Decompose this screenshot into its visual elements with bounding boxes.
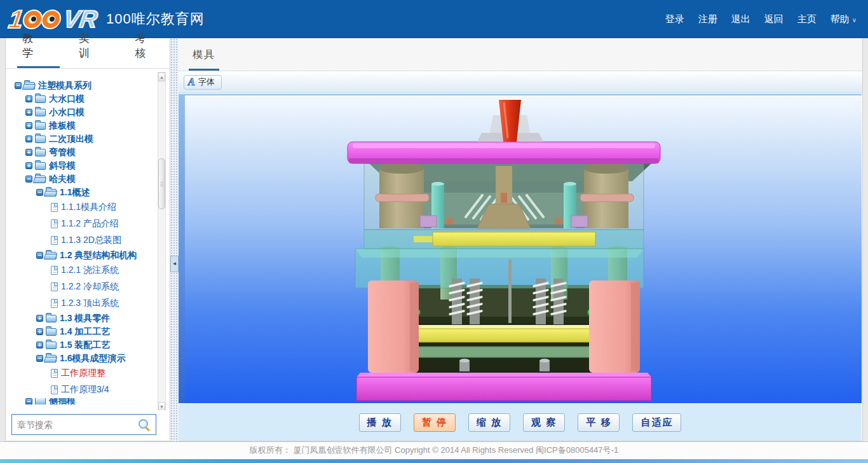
tree-item[interactable]: 1.2.2 冷却系统	[6, 279, 162, 295]
search-input[interactable]	[12, 420, 138, 430]
play-button[interactable]: 播 放	[359, 413, 401, 432]
tree-item[interactable]: 1.1.1模具介绍	[6, 199, 162, 216]
document-icon	[51, 385, 58, 394]
tree-item[interactable]: 1.2.3 顶出系统	[6, 295, 162, 312]
pause-button[interactable]: 暂 停	[414, 413, 456, 432]
tree-item-label: 工作原理整	[61, 368, 105, 379]
3d-viewer-canvas[interactable]	[179, 94, 862, 403]
collapse-toggle-icon[interactable]: −	[36, 189, 43, 196]
tree-item[interactable]: +1.3 模具零件	[6, 312, 162, 325]
tree-item-label: 1.1.2 产品介绍	[61, 218, 119, 230]
logo-100vr: 1 VR	[7, 6, 99, 32]
expand-toggle-icon[interactable]: +	[25, 162, 32, 169]
sidebar-tab-teaching[interactable]: 教 学	[20, 31, 57, 68]
scrollbar-down-button[interactable]: ▼	[158, 402, 165, 411]
expand-toggle-icon[interactable]: +	[25, 109, 32, 116]
tree-item[interactable]: −哈夫模	[6, 172, 162, 186]
tree-item-label: 1.3 模具零件	[60, 313, 110, 324]
main-tabbar: 模具	[179, 38, 862, 71]
nav-login[interactable]: 登录	[665, 13, 684, 25]
viewer-left-edge	[179, 95, 185, 403]
tree-item[interactable]: 1.1.3 2D总装图	[6, 232, 162, 249]
tab-mold[interactable]: 模具	[189, 48, 219, 71]
scrollbar-up-button[interactable]: ▲	[158, 73, 165, 81]
collapse-toggle-icon[interactable]: −	[15, 82, 22, 89]
tree-item[interactable]: +小水口模	[6, 106, 162, 119]
sidebar-tab-training[interactable]: 实 训	[76, 31, 114, 68]
tree-item[interactable]: +弯管模	[6, 146, 162, 159]
tree-item[interactable]: 1.1.2 产品介绍	[6, 216, 162, 232]
tree-item[interactable]: 1.2.1 浇注系统	[6, 262, 162, 279]
collapse-toggle-icon[interactable]: −	[25, 398, 32, 404]
tree-item[interactable]: −1.2 典型结构和机构	[6, 249, 162, 262]
tree-item[interactable]: +1.5 装配工艺	[6, 338, 162, 352]
folder-open-icon	[24, 82, 35, 90]
tree-scrollbar[interactable]: ▲ ▼	[158, 72, 166, 411]
header-nav: 登录注册退出返回主页帮助∨	[665, 0, 857, 38]
tree-item[interactable]: 工作原理整	[6, 365, 162, 382]
page: 1 VR 100唯尔教育网 登录注册退出返回主页帮助∨ 教 学实 训考 核 −注…	[0, 0, 868, 463]
expand-toggle-icon[interactable]: +	[36, 328, 43, 335]
tree-item[interactable]: +大水口模	[6, 92, 162, 106]
nav-help[interactable]: 帮助∨	[831, 13, 857, 25]
tree-item-label: 1.1概述	[60, 187, 90, 198]
font-button-label: 字体	[198, 76, 215, 88]
panel-splitter[interactable]: ◄	[170, 38, 179, 441]
font-a-icon: A	[188, 77, 195, 87]
stripper-plate-band	[364, 230, 644, 249]
expand-toggle-icon[interactable]: +	[25, 95, 32, 102]
observe-button[interactable]: 观 察	[523, 413, 565, 432]
collapse-sidebar-icon[interactable]: ◄	[170, 256, 179, 272]
folder-closed-icon	[35, 109, 46, 116]
tree-item[interactable]: −侧抽模	[6, 398, 162, 404]
font-button[interactable]: A 字体	[184, 75, 222, 90]
copyright-text: 版权所有： 厦门凤凰创壹软件有限公司 Copyright © 2014 All …	[0, 442, 868, 459]
folder-closed-icon	[46, 328, 57, 336]
expand-toggle-icon[interactable]: +	[25, 149, 32, 156]
footer: 版权所有： 厦门凤凰创壹软件有限公司 Copyright © 2014 All …	[0, 441, 868, 463]
tree-item[interactable]: −1.1概述	[6, 186, 162, 199]
tree-item-label: 斜导模	[49, 160, 76, 172]
tree-item-label: 1.2.2 冷却系统	[61, 281, 119, 293]
nav-home[interactable]: 主页	[797, 13, 817, 25]
autofit-button[interactable]: 自适应	[632, 413, 681, 432]
collapse-toggle-icon[interactable]: −	[36, 355, 43, 362]
folder-open-icon	[46, 355, 57, 363]
folder-closed-icon	[46, 315, 57, 322]
tree-item[interactable]: 工作原理3/4	[6, 382, 162, 398]
tree-item[interactable]: +推板模	[6, 119, 162, 132]
tree-item-label: 1.1.3 2D总装图	[61, 235, 121, 246]
tree-item-label: 1.2.3 顶出系统	[61, 298, 119, 309]
search-box	[11, 414, 156, 435]
collapse-toggle-icon[interactable]: −	[36, 252, 43, 259]
course-tree: −注塑模具系列+大水口模+小水口模+推板模+二次顶出模+弯管模+斜导模−哈夫模−…	[6, 69, 162, 406]
expand-toggle-icon[interactable]: +	[36, 315, 43, 322]
sidebar: 教 学实 训考 核 −注塑模具系列+大水口模+小水口模+推板模+二次顶出模+弯管…	[5, 38, 170, 441]
pan-button[interactable]: 平 移	[578, 413, 620, 432]
tree-item-label: 1.1.1模具介绍	[61, 202, 116, 213]
expand-toggle-icon[interactable]: +	[36, 342, 43, 349]
zoom-button[interactable]: 缩 放	[468, 413, 510, 432]
tree-item-label: 1.5 装配工艺	[60, 340, 110, 351]
tree-item[interactable]: −1.6模具成型演示	[6, 352, 162, 365]
tree-item[interactable]: −注塑模具系列	[6, 79, 162, 92]
collapse-toggle-icon[interactable]: −	[25, 176, 32, 183]
nav-back[interactable]: 返回	[764, 13, 783, 25]
search-icon[interactable]	[138, 418, 151, 431]
tree-item[interactable]: +1.4 加工工艺	[6, 325, 162, 338]
nav-logout[interactable]: 退出	[731, 13, 750, 25]
sidebar-tabs: 教 学实 训考 核	[6, 38, 170, 69]
document-icon	[51, 266, 58, 275]
logo-vr-text: VR	[62, 6, 98, 32]
expand-toggle-icon[interactable]: +	[25, 122, 32, 129]
mold-3d-model	[339, 97, 669, 403]
sidebar-tab-assessment[interactable]: 考 核	[132, 31, 170, 68]
scrollbar-thumb[interactable]	[158, 158, 165, 209]
chevron-down-icon: ∨	[852, 17, 857, 24]
folder-closed-icon	[46, 342, 57, 349]
tree-item[interactable]: +斜导模	[6, 159, 162, 172]
expand-toggle-icon[interactable]: +	[25, 135, 32, 142]
tree-item[interactable]: +二次顶出模	[6, 132, 162, 146]
logo-digit: 1	[7, 6, 25, 32]
nav-register[interactable]: 注册	[698, 13, 717, 25]
